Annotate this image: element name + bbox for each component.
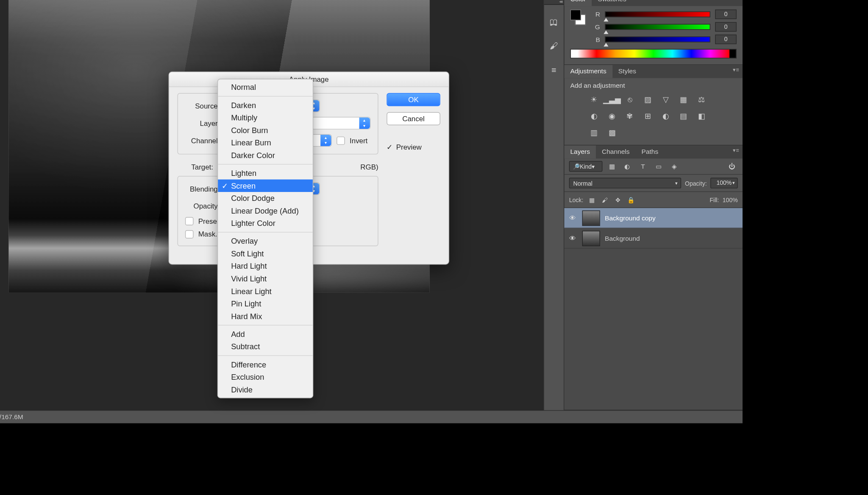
layer-name: Background copy bbox=[605, 214, 656, 222]
blend-option[interactable]: Divide bbox=[218, 383, 313, 396]
lock-trans-icon[interactable]: ▦ bbox=[587, 195, 597, 205]
blend-option[interactable]: Linear Dodge (Add) bbox=[218, 205, 313, 217]
layer-name: Background bbox=[605, 235, 640, 242]
tab-channels[interactable]: Channels bbox=[596, 145, 636, 159]
blend-option[interactable]: Color Dodge bbox=[218, 192, 313, 205]
colorbalance-icon[interactable]: ⚖ bbox=[696, 94, 707, 104]
tab-layers[interactable]: Layers bbox=[564, 145, 596, 159]
ok-button[interactable]: OK bbox=[387, 93, 440, 106]
menu-separator bbox=[218, 325, 313, 325]
blend-option[interactable]: Subtract bbox=[218, 340, 313, 353]
blend-option[interactable]: Linear Light bbox=[218, 285, 313, 298]
threshold-icon[interactable]: ◧ bbox=[696, 110, 707, 121]
layers-panel: Layers Channels Paths ▾≡ 🔎 Kind ▾ ▦ ◐ T … bbox=[564, 145, 743, 410]
layer-blend-dropdown[interactable]: Normal bbox=[569, 178, 682, 188]
blend-option[interactable]: Lighten bbox=[218, 167, 313, 180]
cancel-button[interactable]: Cancel bbox=[387, 112, 440, 125]
filter-type-icon[interactable]: T bbox=[637, 161, 649, 172]
lock-position-icon[interactable]: ✥ bbox=[613, 195, 623, 205]
blend-option[interactable]: Soft Light bbox=[218, 248, 313, 260]
brush-panel-icon[interactable]: 🖌 bbox=[547, 39, 560, 53]
gradientmap-icon[interactable]: ▥ bbox=[588, 127, 600, 138]
panel-menu-icon[interactable]: ▾≡ bbox=[729, 0, 743, 6]
blending-label: Blending: bbox=[185, 184, 220, 193]
blend-option[interactable]: Normal bbox=[218, 81, 313, 94]
layer-thumbnail[interactable] bbox=[582, 210, 600, 226]
opacity-label: Opacity: bbox=[685, 180, 707, 186]
filter-toggle-icon[interactable]: ⏻ bbox=[726, 161, 738, 172]
filter-pixel-icon[interactable]: ▦ bbox=[606, 161, 618, 172]
visibility-icon[interactable]: 👁 bbox=[569, 235, 578, 242]
blend-option[interactable]: Linear Burn bbox=[218, 136, 313, 149]
lock-pixels-icon[interactable]: 🖌 bbox=[600, 195, 610, 205]
blend-option[interactable]: Pin Light bbox=[218, 298, 313, 310]
curves-icon[interactable]: ⎋ bbox=[624, 94, 636, 104]
panel-menu-icon[interactable]: ▾≡ bbox=[729, 145, 743, 159]
panel-menu-icon[interactable]: ▾≡ bbox=[729, 65, 743, 78]
r-value[interactable]: 0 bbox=[715, 10, 737, 19]
blend-option[interactable]: Screen bbox=[218, 179, 313, 192]
history-panel-icon[interactable]: 🕮 bbox=[547, 16, 560, 29]
adjustments-hint: Add an adjustment bbox=[570, 82, 736, 89]
preview-checkbox[interactable]: ✓ bbox=[387, 143, 392, 152]
blend-option[interactable]: Hard Mix bbox=[218, 310, 313, 323]
filter-smart-icon[interactable]: ◈ bbox=[668, 161, 680, 172]
blend-option[interactable]: Darken bbox=[218, 99, 313, 112]
blend-option[interactable]: Difference bbox=[218, 358, 313, 371]
tab-swatches[interactable]: Swatches bbox=[592, 0, 632, 6]
blend-option[interactable]: Add bbox=[218, 328, 313, 341]
color-ramp[interactable] bbox=[570, 49, 736, 58]
blend-option[interactable]: Exclusion bbox=[218, 371, 313, 384]
b-label: B bbox=[593, 36, 600, 43]
blend-option[interactable]: Overlay bbox=[218, 235, 313, 248]
posterize-icon[interactable]: ▤ bbox=[678, 110, 690, 121]
tab-color[interactable]: Color bbox=[564, 0, 592, 6]
doc-status[interactable]: Doc: 71.8M/167.6M bbox=[0, 413, 23, 421]
blend-option[interactable]: Hard Light bbox=[218, 260, 313, 273]
bw-icon[interactable]: ◐ bbox=[588, 110, 600, 121]
blend-option[interactable]: Darker Color bbox=[218, 149, 313, 162]
tab-paths[interactable]: Paths bbox=[636, 145, 665, 159]
r-label: R bbox=[593, 11, 600, 18]
filter-adjust-icon[interactable]: ◐ bbox=[621, 161, 633, 172]
fg-bg-swatch[interactable] bbox=[570, 10, 586, 25]
blend-option[interactable]: Color Burn bbox=[218, 124, 313, 137]
b-value[interactable]: 0 bbox=[715, 35, 737, 44]
layer-opacity-field[interactable]: 100% bbox=[710, 178, 738, 188]
menu-separator bbox=[218, 355, 313, 356]
visibility-icon[interactable]: 👁 bbox=[569, 214, 578, 222]
invert-checkbox[interactable] bbox=[337, 136, 345, 145]
vibrance-icon[interactable]: ▽ bbox=[659, 94, 671, 104]
blend-option[interactable]: Lighter Color bbox=[218, 217, 313, 230]
filter-shape-icon[interactable]: ▭ bbox=[653, 161, 665, 172]
preserve-checkbox[interactable] bbox=[185, 217, 194, 225]
layer-thumbnail[interactable] bbox=[582, 231, 600, 246]
blend-option[interactable]: Multiply bbox=[218, 111, 313, 124]
invert-icon[interactable]: ◐ bbox=[659, 110, 671, 121]
selectivecolor-icon[interactable]: ▩ bbox=[606, 127, 618, 138]
g-value[interactable]: 0 bbox=[715, 22, 737, 32]
tab-styles[interactable]: Styles bbox=[612, 65, 642, 78]
brightness-icon[interactable]: ☀ bbox=[588, 94, 600, 104]
blend-option[interactable]: Vivid Light bbox=[218, 273, 313, 285]
hue-icon[interactable]: ▦ bbox=[678, 94, 690, 104]
menu-separator bbox=[218, 96, 313, 97]
r-slider[interactable] bbox=[605, 11, 710, 17]
g-slider[interactable] bbox=[605, 24, 710, 30]
blend-mode-menu[interactable]: NormalDarkenMultiplyColor BurnLinear Bur… bbox=[217, 79, 313, 398]
b-slider[interactable] bbox=[605, 36, 710, 42]
layer-fill-field[interactable]: 100% bbox=[723, 197, 738, 203]
tab-adjustments[interactable]: Adjustments bbox=[564, 65, 612, 78]
exposure-icon[interactable]: ▨ bbox=[642, 94, 654, 104]
channel-label: Channel: bbox=[185, 136, 220, 145]
mask-checkbox[interactable] bbox=[185, 230, 194, 239]
layer-filter-kind[interactable]: 🔎 Kind ▾ bbox=[569, 161, 603, 172]
layer-item[interactable]: 👁 Background bbox=[564, 228, 743, 249]
lock-all-icon[interactable]: 🔒 bbox=[626, 195, 636, 205]
photofilter-icon[interactable]: ◉ bbox=[606, 110, 618, 121]
layer-item[interactable]: 👁 Background copy bbox=[564, 208, 743, 228]
channelmixer-icon[interactable]: ✾ bbox=[624, 110, 636, 121]
properties-panel-icon[interactable]: ≡ bbox=[547, 63, 560, 76]
colorlookup-icon[interactable]: ⊞ bbox=[642, 110, 654, 121]
levels-icon[interactable]: ▁▃▅ bbox=[606, 94, 618, 104]
